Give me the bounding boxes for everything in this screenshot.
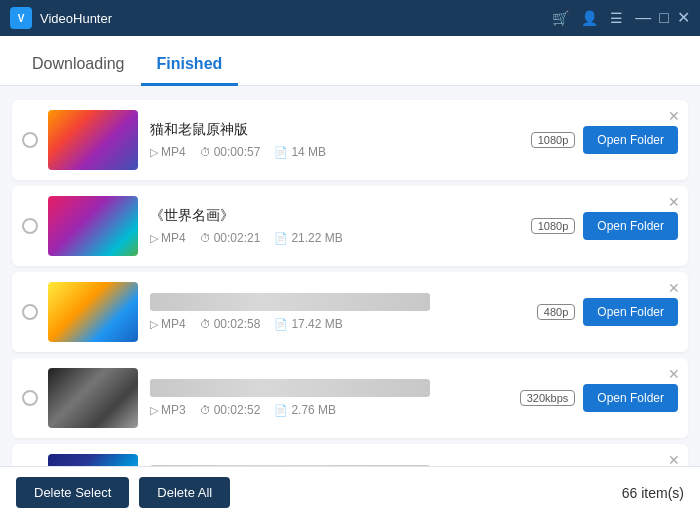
item-close-button-4[interactable]: ✕ <box>668 366 680 382</box>
item-title: 《世界名画》 <box>150 207 515 225</box>
item-format-text: MP4 <box>161 145 186 159</box>
duration-icon: ⏱ <box>200 404 211 416</box>
app-logo: V <box>10 7 32 29</box>
app-title: VideoHunter <box>40 11 552 26</box>
item-meta-3: ▷ MP4 ⏱ 00:02:58 📄 17.42 MB <box>150 317 521 331</box>
item-size-3: 📄 17.42 MB <box>274 317 342 331</box>
format-icon: ▷ <box>150 404 158 417</box>
format-icon: ▷ <box>150 232 158 245</box>
item-meta-2: ▷ MP4 ⏱ 00:02:21 📄 21.22 MB <box>150 231 515 245</box>
title-bar: V VideoHunter 🛒 👤 ☰ — □ ✕ <box>0 0 700 36</box>
item-duration-text: 00:00:57 <box>214 145 261 159</box>
item-title-blurred <box>150 293 430 311</box>
item-checkbox-4[interactable] <box>22 390 38 406</box>
item-close-button-1[interactable]: ✕ <box>668 108 680 124</box>
item-thumbnail-3 <box>48 282 138 342</box>
item-badge-3: 480p <box>537 304 575 320</box>
item-duration-3: ⏱ 00:02:58 <box>200 317 261 331</box>
format-icon: ▷ <box>150 318 158 331</box>
item-duration-text: 00:02:21 <box>214 231 261 245</box>
item-duration-text: 00:02:58 <box>214 317 261 331</box>
item-actions-3: 480p Open Folder <box>531 298 678 326</box>
item-format-text: MP3 <box>161 403 186 417</box>
item-badge-4: 320kbps <box>520 390 576 406</box>
cart-icon[interactable]: 🛒 <box>552 10 569 26</box>
list-item: 《世界名画》 ▷ MP4 ⏱ 00:02:21 📄 21.22 MB 1080p… <box>12 186 688 266</box>
item-checkbox-3[interactable] <box>22 304 38 320</box>
item-info-4: ▷ MP3 ⏱ 00:02:52 📄 2.76 MB <box>150 379 504 417</box>
item-size-1: 📄 14 MB <box>274 145 326 159</box>
bottom-bar: Delete Select Delete All 66 item(s) <box>0 466 700 518</box>
item-info-2: 《世界名画》 ▷ MP4 ⏱ 00:02:21 📄 21.22 MB <box>150 207 515 245</box>
tab-downloading[interactable]: Downloading <box>16 45 141 86</box>
item-count: 66 item(s) <box>622 485 684 501</box>
title-bar-icons: 🛒 👤 ☰ <box>552 10 623 26</box>
item-info-3: ▷ MP4 ⏱ 00:02:58 📄 17.42 MB <box>150 293 521 331</box>
delete-select-button[interactable]: Delete Select <box>16 477 129 508</box>
list-item: ▷ MP3 ⏱ 00:02:52 📄 2.76 MB 320kbps Open … <box>12 358 688 438</box>
item-info-5: ▷ MP3 ⏱ 00:02:22 📄 2.27 MB <box>150 465 504 466</box>
item-duration-4: ⏱ 00:02:52 <box>200 403 261 417</box>
item-actions-1: 1080p Open Folder <box>525 126 678 154</box>
list-item: ▷ MP3 ⏱ 00:02:22 📄 2.27 MB 320kbps Open … <box>12 444 688 466</box>
minimize-button[interactable]: — <box>635 10 651 26</box>
item-actions-4: 320kbps Open Folder <box>514 384 678 412</box>
list-item: 猫和老鼠原神版 ▷ MP4 ⏱ 00:00:57 📄 14 MB 1080p O… <box>12 100 688 180</box>
item-actions-2: 1080p Open Folder <box>525 212 678 240</box>
duration-icon: ⏱ <box>200 146 211 158</box>
item-size-text: 14 MB <box>291 145 326 159</box>
maximize-button[interactable]: □ <box>659 10 669 26</box>
item-format-3: ▷ MP4 <box>150 317 186 331</box>
item-thumbnail-4 <box>48 368 138 428</box>
user-icon[interactable]: 👤 <box>581 10 598 26</box>
item-meta-1: ▷ MP4 ⏱ 00:00:57 📄 14 MB <box>150 145 515 159</box>
item-thumbnail-5 <box>48 454 138 466</box>
item-duration-2: ⏱ 00:02:21 <box>200 231 261 245</box>
item-duration-text: 00:02:52 <box>214 403 261 417</box>
item-badge-2: 1080p <box>531 218 576 234</box>
item-info-1: 猫和老鼠原神版 ▷ MP4 ⏱ 00:00:57 📄 14 MB <box>150 121 515 159</box>
window-controls: — □ ✕ <box>635 10 690 26</box>
item-format-1: ▷ MP4 <box>150 145 186 159</box>
item-close-button-5[interactable]: ✕ <box>668 452 680 466</box>
format-icon: ▷ <box>150 146 158 159</box>
item-size-text: 17.42 MB <box>291 317 342 331</box>
open-folder-button-3[interactable]: Open Folder <box>583 298 678 326</box>
delete-all-button[interactable]: Delete All <box>139 477 230 508</box>
item-format-text: MP4 <box>161 317 186 331</box>
menu-icon[interactable]: ☰ <box>610 10 623 26</box>
open-folder-button-1[interactable]: Open Folder <box>583 126 678 154</box>
open-folder-button-2[interactable]: Open Folder <box>583 212 678 240</box>
item-close-button-2[interactable]: ✕ <box>668 194 680 210</box>
item-thumbnail-1 <box>48 110 138 170</box>
tab-finished[interactable]: Finished <box>141 45 239 86</box>
item-checkbox-1[interactable] <box>22 132 38 148</box>
item-checkbox-2[interactable] <box>22 218 38 234</box>
size-icon: 📄 <box>274 404 288 417</box>
item-duration-1: ⏱ 00:00:57 <box>200 145 261 159</box>
size-icon: 📄 <box>274 146 288 159</box>
duration-icon: ⏱ <box>200 232 211 244</box>
item-format-4: ▷ MP3 <box>150 403 186 417</box>
item-badge-1: 1080p <box>531 132 576 148</box>
item-meta-4: ▷ MP3 ⏱ 00:02:52 📄 2.76 MB <box>150 403 504 417</box>
item-size-2: 📄 21.22 MB <box>274 231 342 245</box>
item-size-text: 21.22 MB <box>291 231 342 245</box>
duration-icon: ⏱ <box>200 318 211 330</box>
item-title-blurred <box>150 379 430 397</box>
item-size-text: 2.76 MB <box>291 403 336 417</box>
size-icon: 📄 <box>274 318 288 331</box>
item-title: 猫和老鼠原神版 <box>150 121 515 139</box>
item-format-text: MP4 <box>161 231 186 245</box>
open-folder-button-4[interactable]: Open Folder <box>583 384 678 412</box>
close-button[interactable]: ✕ <box>677 10 690 26</box>
item-thumbnail-2 <box>48 196 138 256</box>
size-icon: 📄 <box>274 232 288 245</box>
svg-text:V: V <box>18 13 25 24</box>
tabs-bar: Downloading Finished <box>0 36 700 86</box>
item-title-blurred <box>150 465 430 466</box>
item-format-2: ▷ MP4 <box>150 231 186 245</box>
item-close-button-3[interactable]: ✕ <box>668 280 680 296</box>
list-item: ▷ MP4 ⏱ 00:02:58 📄 17.42 MB 480p Open Fo… <box>12 272 688 352</box>
content-area: 猫和老鼠原神版 ▷ MP4 ⏱ 00:00:57 📄 14 MB 1080p O… <box>0 86 700 466</box>
